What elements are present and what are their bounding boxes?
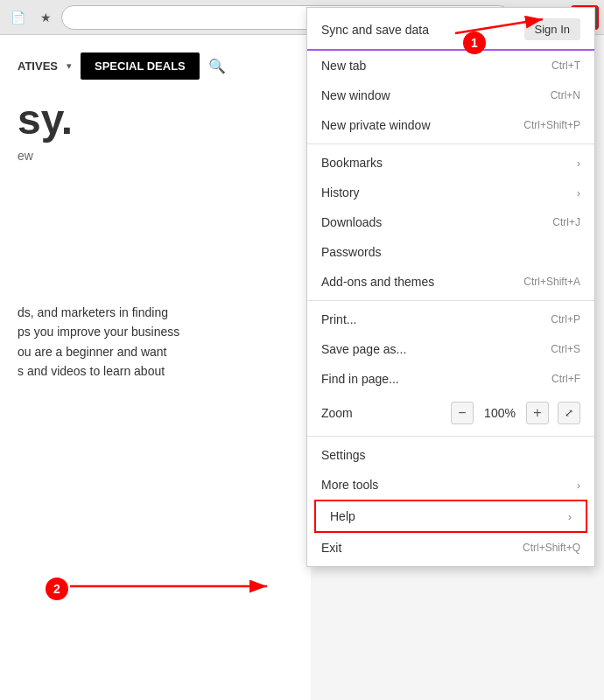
shortcut-find: Ctrl+F — [551, 373, 580, 385]
shortcut-downloads: Ctrl+J — [552, 216, 580, 228]
zoom-value: 100% — [482, 406, 517, 420]
menu-item-history[interactable]: History › — [307, 178, 594, 207]
menu-item-exit[interactable]: Exit Ctrl+Shift+Q — [307, 533, 594, 563]
menu-divider-3 — [307, 436, 594, 437]
menu-item-private-window[interactable]: New private window Ctrl+Shift+P — [307, 110, 594, 140]
menu-item-new-tab[interactable]: New tab Ctrl+T — [307, 51, 594, 80]
menu-item-label: History — [321, 186, 360, 200]
search-icon[interactable]: 🔍 — [208, 58, 226, 74]
shortcut-print: Ctrl+P — [551, 313, 580, 326]
shortcut-new-window: Ctrl+N — [551, 89, 580, 102]
annotation-circle-1: 1 — [463, 32, 486, 54]
menu-item-save-page[interactable]: Save page as... Ctrl+S — [307, 334, 594, 364]
zoom-controls: − 100% + ⤢ — [451, 402, 580, 424]
site-nav: ATIVES ▾ SPECIAL DEALS 🔍 — [18, 52, 293, 80]
menu-item-label: Save page as... — [321, 342, 406, 356]
menu-divider-2 — [307, 300, 594, 301]
shortcut-exit: Ctrl+Shift+Q — [523, 542, 580, 554]
chevron-right-icon: › — [577, 186, 580, 200]
special-deals-button[interactable]: SPECIAL DEALS — [81, 52, 200, 80]
menu-item-label: Help — [330, 509, 355, 523]
menu-item-label: Print... — [321, 312, 356, 326]
menu-item-help[interactable]: Help › — [316, 501, 586, 531]
annotation-circle-2: 2 — [46, 578, 68, 600]
menu-item-label: New window — [321, 88, 390, 102]
menu-item-settings[interactable]: Settings — [307, 440, 594, 470]
site-heading: sy. — [18, 97, 293, 144]
reader-icon[interactable]: 📄 — [5, 5, 30, 30]
site-nav-label: ATIVES — [18, 60, 58, 73]
menu-item-label: More tools — [321, 478, 378, 492]
browser-dropdown-menu: Sync and save data Sign In New tab Ctrl+… — [306, 7, 595, 567]
shortcut-new-tab: Ctrl+T — [551, 60, 580, 72]
sign-in-button[interactable]: Sign In — [524, 18, 580, 40]
menu-item-label: Passwords — [321, 245, 381, 259]
menu-item-label: Bookmarks — [321, 156, 383, 170]
menu-item-passwords[interactable]: Passwords — [307, 237, 594, 267]
site-body-text: ds, and marketers in finding ps you impr… — [18, 303, 293, 382]
sync-text: Sync and save data — [321, 23, 429, 37]
zoom-plus-button[interactable]: + — [526, 402, 549, 424]
zoom-row: Zoom − 100% + ⤢ — [307, 394, 594, 432]
chevron-right-icon: › — [568, 510, 572, 523]
sync-section: Sync and save data Sign In — [307, 8, 594, 51]
menu-item-label: Settings — [321, 448, 366, 462]
zoom-minus-button[interactable]: − — [451, 402, 474, 424]
menu-item-new-window[interactable]: New window Ctrl+N — [307, 80, 594, 110]
menu-item-downloads[interactable]: Downloads Ctrl+J — [307, 207, 594, 237]
menu-item-label: New tab — [321, 59, 366, 73]
menu-item-label: Downloads — [321, 215, 382, 229]
menu-divider-1 — [307, 144, 594, 144]
chevron-right-icon: › — [577, 157, 580, 170]
shortcut-addons: Ctrl+Shift+A — [523, 276, 580, 288]
shortcut-private-window: Ctrl+Shift+P — [523, 119, 580, 131]
chevron-right-icon: › — [577, 479, 580, 492]
bookmark-icon[interactable]: ★ — [33, 5, 58, 30]
site-content: ATIVES ▾ SPECIAL DEALS 🔍 sy. ew ds, and … — [0, 35, 311, 700]
menu-item-label: Find in page... — [321, 372, 399, 386]
menu-item-label: Add-ons and themes — [321, 275, 434, 289]
zoom-label: Zoom — [321, 406, 353, 420]
help-highlight-box: Help › — [314, 500, 587, 533]
menu-item-find[interactable]: Find in page... Ctrl+F — [307, 364, 594, 394]
menu-item-addons[interactable]: Add-ons and themes Ctrl+Shift+A — [307, 267, 594, 297]
menu-item-bookmarks[interactable]: Bookmarks › — [307, 148, 594, 178]
menu-item-more-tools[interactable]: More tools › — [307, 470, 594, 500]
shortcut-save: Ctrl+S — [551, 343, 580, 355]
fullscreen-button[interactable]: ⤢ — [558, 402, 580, 424]
menu-item-print[interactable]: Print... Ctrl+P — [307, 304, 594, 334]
site-subtext: ew — [18, 149, 293, 163]
menu-item-label: Exit — [321, 541, 341, 555]
menu-item-label: New private window — [321, 118, 431, 132]
